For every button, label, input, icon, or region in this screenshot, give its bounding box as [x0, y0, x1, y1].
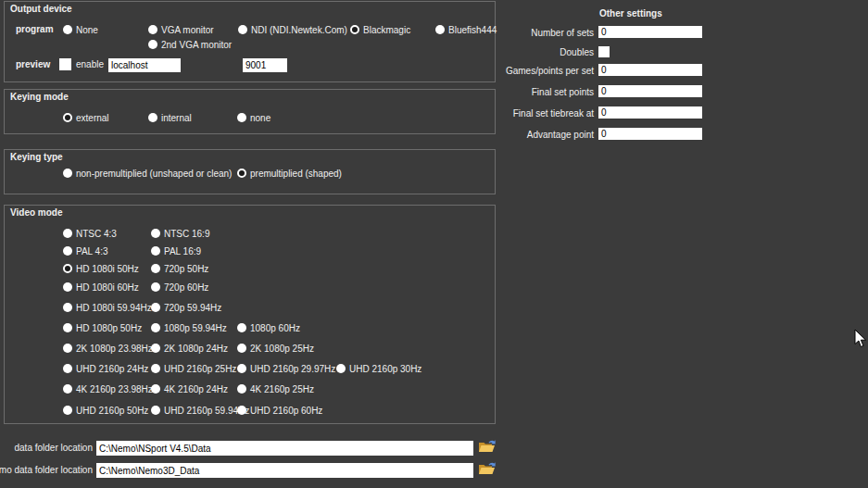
radio-hd-1080i-60hz[interactable]: HD 1080i 60Hz — [63, 282, 139, 293]
radio-icon — [148, 40, 157, 49]
number-of-sets-input[interactable] — [598, 26, 702, 38]
enable-label: enable — [76, 59, 104, 69]
radio-icon — [237, 113, 246, 122]
radio-icon — [237, 384, 246, 394]
preview-host-input[interactable] — [108, 58, 181, 72]
radio-720p-59-94hz[interactable]: 720p 59.94Hz — [151, 302, 221, 313]
radio-uhd-2160p-25hz[interactable]: UHD 2160p 25Hz — [151, 363, 236, 374]
radio-none[interactable]: None — [63, 24, 98, 35]
radio-icon — [148, 113, 157, 122]
doubles-label: Doubles — [560, 47, 594, 57]
browse-data-folder-button[interactable] — [477, 439, 497, 456]
radio-uhd-2160p-29-97hz[interactable]: UHD 2160p 29.97Hz — [237, 363, 335, 374]
radio-label: 1080p 59.94Hz — [164, 323, 227, 333]
preview-enable-checkbox[interactable] — [59, 58, 71, 70]
radio-uhd-2160p-30hz[interactable]: UHD 2160p 30Hz — [336, 363, 421, 374]
advantage-point-input[interactable] — [598, 128, 702, 140]
radio-2k-1080p-24hz[interactable]: 2K 1080p 24Hz — [151, 343, 228, 354]
radio-uhd-2160p-50hz[interactable]: UHD 2160p 50Hz — [63, 405, 148, 416]
nemo-data-folder-location-input[interactable] — [96, 463, 473, 478]
radio-4k-2160p-23-98hz[interactable]: 4K 2160p 23.98Hz — [63, 383, 153, 394]
radio-selected-icon — [63, 264, 72, 273]
video-mode-group-title: Video mode — [10, 207, 63, 218]
radio-label: external — [76, 113, 109, 123]
radio-720p-60hz[interactable]: 720p 60Hz — [151, 282, 208, 293]
radio-uhd-2160p-59-94hz[interactable]: UHD 2160p 59.94Hz — [151, 405, 249, 416]
radio-icon — [238, 25, 247, 34]
radio-uhd-2160p-60hz[interactable]: UHD 2160p 60Hz — [237, 405, 322, 416]
radio-hd-1080p-50hz[interactable]: HD 1080p 50Hz — [63, 322, 142, 333]
radio-icon — [63, 303, 72, 312]
radio-label: 2K 1080p 25Hz — [250, 344, 314, 354]
nemo-data-folder-location-label: Nemo data folder location — [0, 465, 93, 475]
browse-nemo-data-folder-button[interactable] — [477, 461, 497, 478]
radio-icon — [151, 384, 160, 394]
radio-icon — [336, 364, 346, 373]
final-set-points-input[interactable] — [598, 85, 702, 97]
radio-2k-1080p-25hz[interactable]: 2K 1080p 25Hz — [237, 343, 314, 354]
radio-label: 4K 2160p 24Hz — [164, 384, 228, 394]
radio-label: UHD 2160p 30Hz — [349, 364, 421, 374]
radio-blackmagic[interactable]: Blackmagic — [350, 24, 410, 35]
final-set-points-label: Final set points — [532, 87, 594, 97]
games-points-per-set-label: Games/points per set — [506, 66, 594, 76]
number-of-sets-label: Number of sets — [531, 28, 594, 38]
radio-720p-50hz[interactable]: 720p 50Hz — [151, 263, 208, 274]
final-set-tiebreak-label: Final set tiebreak at — [513, 108, 594, 119]
radio-label: 2nd VGA monitor — [161, 40, 232, 50]
radio-bluefish444[interactable]: Bluefish444 — [435, 24, 497, 35]
radio-icon — [63, 344, 72, 353]
radio-label: HD 1080p 50Hz — [76, 323, 142, 333]
radio-label: UHD 2160p 29.97Hz — [250, 364, 335, 374]
radio-2nd-vga-monitor[interactable]: 2nd VGA monitor — [148, 39, 232, 50]
radio-label: UHD 2160p 25Hz — [164, 364, 236, 374]
keying-type-group-title: Keying type — [10, 152, 63, 162]
radio-hd-1080i-59-94hz[interactable]: HD 1080i 59.94Hz — [63, 302, 152, 313]
radio-icon — [151, 406, 160, 415]
advantage-point-label: Advantage point — [527, 130, 594, 140]
radio-keying-none[interactable]: none — [237, 112, 270, 123]
radio-1080p-59-94hz[interactable]: 1080p 59.94Hz — [151, 322, 227, 333]
data-folder-location-label: data folder location — [14, 443, 93, 453]
radio-icon — [151, 303, 160, 312]
radio-icon — [148, 25, 157, 34]
radio-icon — [435, 25, 445, 34]
preview-port-input[interactable] — [243, 58, 287, 72]
radio-premultiplied[interactable]: premultiplied (shaped) — [237, 168, 342, 179]
radio-label: NDI (NDI.Newtek.Com) — [251, 25, 347, 35]
preview-label: preview — [16, 59, 50, 69]
radio-non-premultiplied[interactable]: non-premultiplied (unshaped or clean) — [63, 168, 232, 179]
radio-icon — [63, 364, 72, 373]
radio-label: UHD 2160p 24Hz — [76, 364, 148, 374]
radio-4k-2160p-24hz[interactable]: 4K 2160p 24Hz — [151, 383, 228, 394]
radio-label: none — [250, 113, 270, 123]
radio-label: 4K 2160p 23.98Hz — [76, 384, 153, 394]
radio-label: NTSC 16:9 — [164, 229, 209, 239]
open-folder-icon — [478, 461, 497, 476]
radio-label: premultiplied (shaped) — [250, 169, 342, 179]
radio-uhd-2160p-24hz[interactable]: UHD 2160p 24Hz — [63, 363, 148, 374]
radio-label: PAL 4:3 — [76, 246, 107, 257]
radio-icon — [151, 264, 160, 273]
radio-ntsc-4-3[interactable]: NTSC 4:3 — [63, 228, 117, 239]
radio-label: VGA monitor — [161, 25, 214, 35]
radio-keying-external[interactable]: external — [63, 112, 109, 123]
radio-icon — [151, 229, 160, 238]
radio-vga-monitor[interactable]: VGA monitor — [148, 24, 214, 35]
data-folder-location-input[interactable] — [96, 441, 473, 456]
radio-1080p-60hz[interactable]: 1080p 60Hz — [237, 322, 300, 333]
final-set-tiebreak-input[interactable] — [598, 106, 702, 119]
radio-4k-2160p-25hz[interactable]: 4K 2160p 25Hz — [237, 383, 314, 394]
radio-icon — [63, 25, 72, 34]
radio-ndi[interactable]: NDI (NDI.Newtek.Com) — [238, 24, 347, 35]
other-settings-title: Other settings — [599, 8, 662, 19]
games-points-per-set-input[interactable] — [598, 64, 702, 76]
radio-hd-1080i-50hz[interactable]: HD 1080i 50Hz — [63, 263, 139, 274]
radio-2k-1080p-23-98hz[interactable]: 2K 1080p 23.98Hz — [63, 343, 153, 354]
radio-pal-4-3[interactable]: PAL 4:3 — [63, 245, 107, 257]
radio-keying-internal[interactable]: internal — [148, 112, 192, 123]
radio-icon — [63, 384, 72, 394]
radio-pal-16-9[interactable]: PAL 16:9 — [151, 245, 201, 257]
doubles-checkbox[interactable] — [598, 46, 610, 57]
radio-ntsc-16-9[interactable]: NTSC 16:9 — [151, 228, 209, 239]
